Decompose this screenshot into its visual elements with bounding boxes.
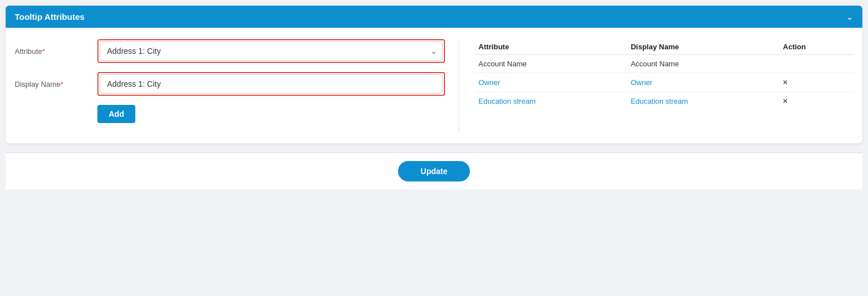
delete-icon[interactable]: × bbox=[783, 78, 788, 87]
col-header-display-name: Display Name bbox=[625, 39, 777, 55]
update-button[interactable]: Update bbox=[398, 161, 470, 181]
table-cell-attribute[interactable]: Owner bbox=[473, 73, 625, 92]
card-title: Tooltip Attributes bbox=[15, 12, 84, 22]
display-name-input-wrapper bbox=[97, 72, 445, 96]
update-bar: Update bbox=[6, 153, 862, 189]
table-section: Attribute Display Name Action Account Na… bbox=[473, 39, 853, 132]
table-header-row: Attribute Display Name Action bbox=[473, 39, 853, 55]
attribute-select[interactable]: Address 1: City bbox=[100, 41, 443, 61]
table-cell-action: × bbox=[777, 73, 853, 92]
col-header-action: Action bbox=[777, 39, 853, 55]
display-name-input[interactable] bbox=[100, 74, 443, 94]
table-cell-action: × bbox=[777, 92, 853, 111]
chevron-down-icon[interactable]: ⌄ bbox=[846, 11, 853, 22]
form-section: Attribute* Address 1: City ⌄ Display Nam… bbox=[15, 39, 445, 132]
attribute-label: Attribute* bbox=[15, 47, 88, 56]
table-row: Education streamEducation stream× bbox=[473, 92, 853, 111]
table-cell-display-name: Account Name bbox=[625, 55, 777, 73]
table-cell-attribute: Account Name bbox=[473, 55, 625, 73]
add-button[interactable]: Add bbox=[97, 105, 135, 123]
table-cell-display-name: Owner bbox=[625, 73, 777, 92]
delete-icon[interactable]: × bbox=[783, 96, 788, 105]
table-row: Account NameAccount Name bbox=[473, 55, 853, 73]
table-cell-attribute[interactable]: Education stream bbox=[473, 92, 625, 111]
attribute-select-wrapper: Address 1: City ⌄ bbox=[97, 39, 445, 63]
table-row: OwnerOwner× bbox=[473, 73, 853, 92]
display-name-row: Display Name* bbox=[15, 72, 445, 96]
table-cell-action bbox=[777, 55, 853, 73]
attribute-select-container: Address 1: City ⌄ bbox=[100, 41, 443, 61]
card-header: Tooltip Attributes ⌄ bbox=[6, 6, 862, 28]
section-divider bbox=[459, 39, 459, 132]
add-button-row: Add bbox=[15, 105, 445, 123]
table-cell-display-name: Education stream bbox=[625, 92, 777, 111]
attribute-row: Attribute* Address 1: City ⌄ bbox=[15, 39, 445, 63]
attribute-table: Attribute Display Name Action Account Na… bbox=[473, 39, 853, 110]
col-header-attribute: Attribute bbox=[473, 39, 625, 55]
display-name-label: Display Name* bbox=[15, 80, 88, 88]
